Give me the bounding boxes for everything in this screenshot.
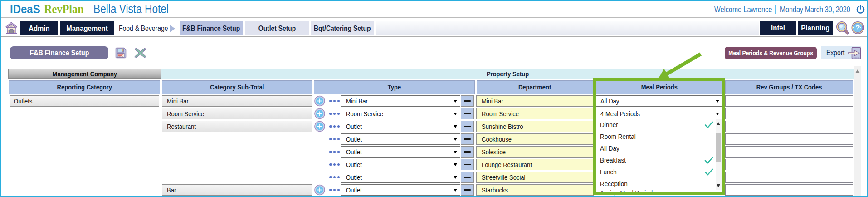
svg-text:?: ? <box>856 24 860 32</box>
